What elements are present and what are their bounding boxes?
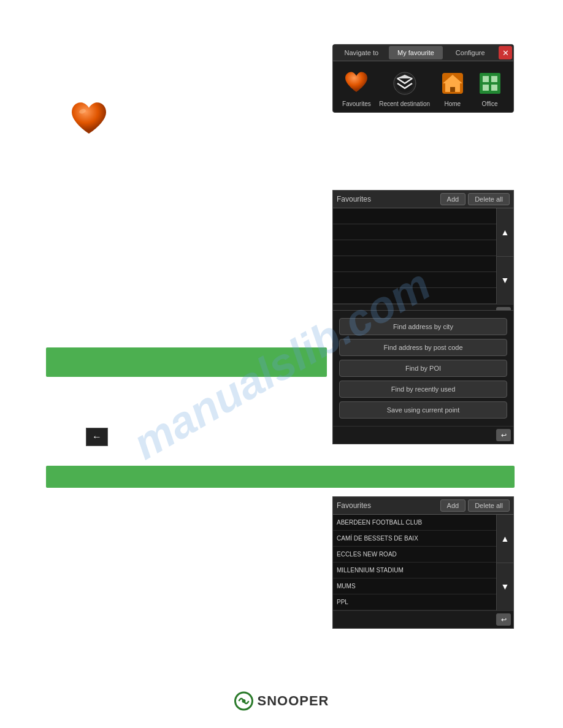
list-item[interactable]: CAMÍ DE BESSETS DE BAIX [333, 531, 496, 547]
add-fav-back-button[interactable]: ↩ [496, 429, 511, 441]
fav-delete-all-button-bottom[interactable]: Delete all [468, 499, 510, 512]
nav-close-button[interactable]: ✕ [499, 46, 512, 59]
home-icon [438, 69, 467, 98]
nav-icon-favourites-label: Favourites [342, 100, 371, 107]
fav-add-button-top[interactable]: Add [440, 193, 466, 205]
svg-rect-8 [491, 76, 497, 82]
nav-panel: Navigate to My favourite Configure ✕ [332, 44, 514, 113]
nav-icon-favourites[interactable]: Favourites [342, 69, 371, 107]
nav-icon-recent-label: Recent destination [379, 100, 430, 107]
svg-rect-5 [450, 87, 455, 92]
fav-back-button-bottom[interactable]: ↩ [496, 613, 511, 626]
list-item[interactable] [333, 208, 496, 224]
find-by-poi-button[interactable]: Find by POI [339, 360, 507, 377]
fav-scrollbar-top: ▲ ▼ [496, 208, 513, 304]
tab-my-favourite[interactable]: My favourite [389, 46, 443, 59]
back-arrow-area[interactable]: ← [86, 428, 108, 446]
find-by-recently-used-button[interactable]: Find by recently used [339, 381, 507, 398]
snooper-logo-text: SNOOPER [257, 693, 329, 709]
tab-navigate-to[interactable]: Navigate to [334, 46, 389, 59]
scroll-down-button-bottom[interactable]: ▼ [497, 563, 513, 611]
nav-icon-home[interactable]: Home [438, 69, 467, 107]
fav-back-row-bottom: ↩ [333, 610, 513, 628]
snooper-logo: SNOOPER [234, 691, 329, 711]
list-item[interactable]: ABERDEEN FOOTBALL CLUB [333, 515, 496, 531]
add-fav-buttons: Find address by city Find address by pos… [333, 311, 513, 426]
scroll-up-button-bottom[interactable]: ▲ [497, 515, 513, 563]
svg-rect-9 [483, 85, 489, 91]
list-item[interactable] [333, 272, 496, 288]
fav-panel-title-bottom: Favourites [337, 501, 438, 510]
office-icon [475, 69, 505, 98]
save-using-current-point-button[interactable]: Save using current point [339, 401, 507, 419]
svg-rect-7 [483, 76, 489, 82]
find-address-postcode-button[interactable]: Find address by post code [339, 339, 507, 356]
add-fav-panel: Find address by city Find address by pos… [332, 310, 514, 444]
tab-configure[interactable]: Configure [443, 46, 497, 59]
list-item[interactable]: ECCLES NEW ROAD [333, 547, 496, 563]
fav-list-area-top: ▲ ▼ [333, 208, 513, 304]
nav-icon-office[interactable]: Office [475, 69, 505, 107]
list-item[interactable] [333, 288, 496, 304]
fav-delete-all-button-top[interactable]: Delete all [468, 193, 510, 205]
fav-panel-header-bottom: Favourites Add Delete all [333, 497, 513, 515]
fav-panel-bottom: Favourites Add Delete all ABERDEEN FOOTB… [332, 496, 514, 629]
find-address-city-button[interactable]: Find address by city [339, 318, 507, 335]
recent-icon [390, 69, 419, 98]
list-item[interactable] [333, 256, 496, 272]
heart-icon-area [67, 99, 117, 148]
fav-panel-header-top: Favourites Add Delete all [333, 191, 513, 208]
svg-rect-10 [491, 85, 497, 91]
list-item[interactable]: MUMS [333, 578, 496, 594]
green-banner-1 [46, 347, 327, 377]
nav-panel-tabs: Navigate to My favourite Configure ✕ [333, 45, 513, 61]
nav-icon-office-label: Office [482, 100, 498, 107]
fav-panel-top: Favourites Add Delete all ▲ ▼ ↩ [332, 190, 514, 322]
nav-icons-row: Favourites Recent destination [333, 61, 513, 112]
list-item[interactable]: MILLENNIUM STADIUM [333, 563, 496, 578]
fav-panel-title-top: Favourites [337, 195, 438, 203]
list-item[interactable] [333, 240, 496, 256]
scroll-up-button-top[interactable]: ▲ [497, 208, 513, 257]
heart-icon [67, 99, 110, 142]
fav-scrollbar-bottom: ▲ ▼ [496, 515, 513, 610]
list-item[interactable] [333, 224, 496, 240]
nav-icon-home-label: Home [444, 100, 461, 107]
snooper-logo-icon [234, 691, 253, 711]
list-item[interactable]: PPL [333, 594, 496, 610]
svg-point-12 [242, 699, 245, 703]
nav-icon-recent[interactable]: Recent destination [379, 69, 430, 107]
green-banner-2 [46, 466, 515, 488]
fav-list-bottom: ABERDEEN FOOTBALL CLUB CAMÍ DE BESSETS D… [333, 515, 496, 610]
add-fav-back-row: ↩ [333, 426, 513, 444]
favourites-icon [342, 69, 371, 98]
back-arrow-icon: ← [92, 431, 102, 442]
scroll-down-button-top[interactable]: ▼ [497, 257, 513, 305]
fav-list-area-bottom: ABERDEEN FOOTBALL CLUB CAMÍ DE BESSETS D… [333, 515, 513, 610]
fav-list-top [333, 208, 496, 304]
fav-add-button-bottom[interactable]: Add [440, 499, 466, 512]
